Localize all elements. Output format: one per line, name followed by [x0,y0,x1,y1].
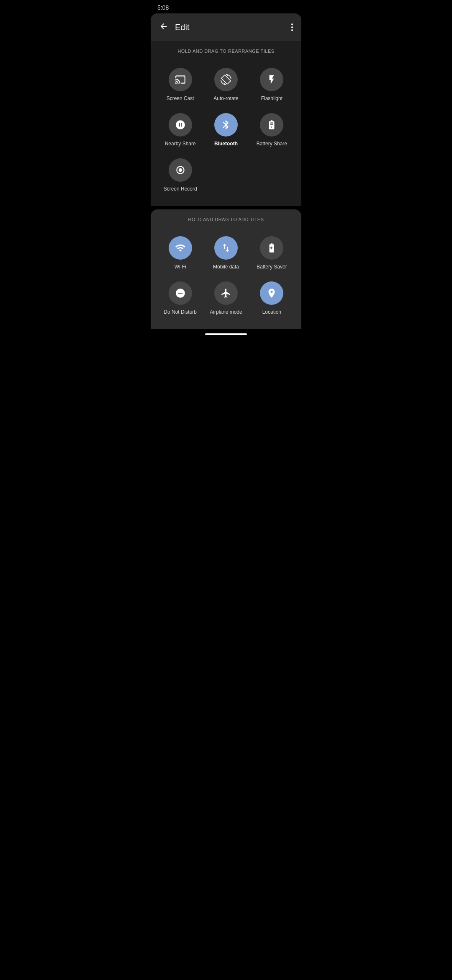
mobile-data-icon [214,236,238,260]
battery-share-label: Battery Share [257,141,287,147]
screen-cast-label: Screen Cast [167,95,194,101]
screen-record-label: Screen Record [164,186,197,192]
tile-screen-record[interactable]: Screen Record [157,152,203,198]
airplane-mode-label: Airplane mode [210,309,242,315]
more-options-button[interactable] [290,22,295,33]
nearby-share-label: Nearby Share [165,141,196,147]
tile-screen-cast[interactable]: Screen Cast [157,62,203,107]
home-indicator[interactable] [205,333,247,335]
tile-wifi[interactable]: Wi-Fi [157,230,203,276]
mobile-data-label: Mobile data [213,264,239,270]
tile-location[interactable]: Location [249,276,295,321]
auto-rotate-icon [214,68,238,91]
current-tiles-section: HOLD AND DRAG TO REARRANGE TILES Screen … [151,41,301,206]
screen-cast-icon [169,68,192,91]
bottom-bar [151,329,301,338]
do-not-disturb-label: Do Not Disturb [164,309,197,315]
bluetooth-icon [214,113,238,137]
tile-airplane-mode[interactable]: Airplane mode [203,276,249,321]
wifi-icon [169,236,192,260]
add-tiles-label: HOLD AND DRAG TO ADD TILES [151,209,301,226]
svg-point-1 [178,168,182,172]
flashlight-label: Flashlight [261,95,282,101]
main-container: Edit HOLD AND DRAG TO REARRANGE TILES Sc… [151,13,301,206]
nearby-share-icon [169,113,192,137]
battery-share-icon [260,113,283,137]
battery-saver-label: Battery Saver [257,264,287,270]
wifi-label: Wi-Fi [175,264,186,270]
current-tiles-label: HOLD AND DRAG TO REARRANGE TILES [151,41,301,58]
do-not-disturb-icon [169,281,192,305]
header: Edit [151,13,301,41]
tile-do-not-disturb[interactable]: Do Not Disturb [157,276,203,321]
airplane-mode-icon [214,281,238,305]
page-title: Edit [175,23,290,32]
tile-bluetooth[interactable]: Bluetooth [203,107,249,152]
tile-flashlight[interactable]: Flashlight [249,62,295,107]
add-tiles-section: HOLD AND DRAG TO ADD TILES Wi-Fi Mobile … [151,209,301,329]
tile-nearby-share[interactable]: Nearby Share [157,107,203,152]
auto-rotate-label: Auto-rotate [213,95,238,101]
time-display: 5:08 [157,4,169,11]
tile-auto-rotate[interactable]: Auto-rotate [203,62,249,107]
back-button[interactable] [157,20,170,34]
tile-mobile-data[interactable]: Mobile data [203,230,249,276]
location-label: Location [262,309,281,315]
add-tiles-grid: Wi-Fi Mobile data Battery Saver [151,226,301,329]
location-icon [260,281,283,305]
screen-record-icon [169,158,192,182]
battery-saver-icon [260,236,283,260]
tile-battery-saver[interactable]: Battery Saver [249,230,295,276]
bluetooth-label: Bluetooth [214,141,238,147]
current-tiles-grid: Screen Cast Auto-rotate Flashlight [151,58,301,206]
tile-battery-share[interactable]: Battery Share [249,107,295,152]
status-bar: 5:08 [151,0,301,13]
flashlight-icon [260,68,283,91]
